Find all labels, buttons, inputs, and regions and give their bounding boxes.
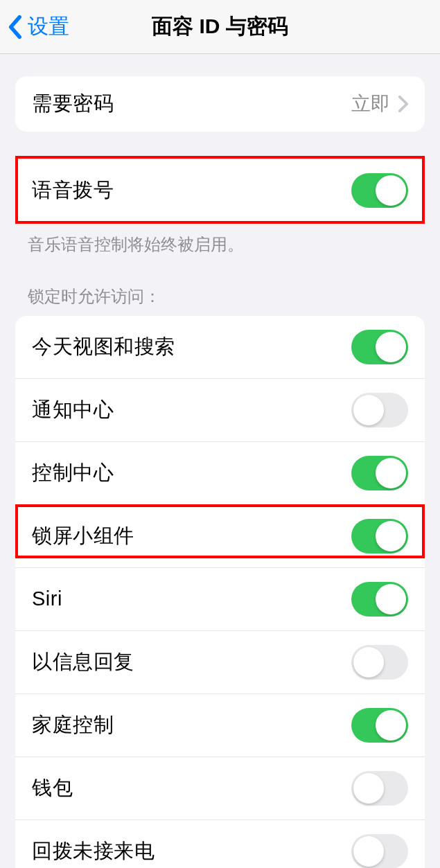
lock-item-toggle[interactable] bbox=[351, 330, 408, 364]
lock-item-row: Siri bbox=[15, 567, 425, 630]
lock-item-label: Siri bbox=[32, 587, 62, 610]
lock-item-label: 通知中心 bbox=[32, 396, 114, 424]
voice-dial-toggle[interactable] bbox=[351, 173, 408, 208]
require-passcode-label: 需要密码 bbox=[32, 90, 114, 118]
lock-item-row: 今天视图和搜索 bbox=[15, 316, 425, 378]
lock-item-toggle[interactable] bbox=[351, 582, 408, 617]
lock-item-label: 钱包 bbox=[32, 774, 73, 802]
back-label: 设置 bbox=[28, 12, 69, 41]
lock-item-row: 通知中心 bbox=[15, 378, 425, 441]
lock-item-label: 今天视图和搜索 bbox=[32, 333, 175, 361]
lock-item-toggle[interactable] bbox=[351, 834, 408, 868]
lock-item-toggle[interactable] bbox=[351, 771, 408, 806]
voice-dial-label: 语音拨号 bbox=[32, 177, 114, 204]
lock-item-row: 钱包 bbox=[15, 756, 425, 820]
lock-access-group: 今天视图和搜索通知中心控制中心锁屏小组件Siri以信息回复家庭控制钱包回拨未接来… bbox=[15, 316, 425, 868]
lock-item-row: 家庭控制 bbox=[15, 693, 425, 756]
lock-item-label: 锁屏小组件 bbox=[32, 522, 134, 550]
lock-item-label: 以信息回复 bbox=[32, 648, 134, 676]
page-title: 面容 ID 与密码 bbox=[152, 12, 288, 41]
lock-item-toggle[interactable] bbox=[351, 519, 408, 553]
chevron-left-icon bbox=[7, 15, 22, 39]
lock-item-toggle[interactable] bbox=[351, 456, 408, 490]
lock-item-row: 以信息回复 bbox=[15, 630, 425, 693]
lock-item-label: 回拨未接来电 bbox=[32, 838, 155, 865]
lock-item-row: 回拨未接来电 bbox=[15, 820, 425, 868]
chevron-right-icon bbox=[398, 96, 408, 112]
lock-item-label: 控制中心 bbox=[32, 459, 114, 487]
voice-dial-row: 语音拨号 bbox=[15, 158, 425, 223]
require-passcode-row[interactable]: 需要密码 立即 bbox=[15, 76, 425, 132]
voice-dial-footer: 音乐语音控制将始终被启用。 bbox=[0, 223, 440, 256]
require-passcode-value: 立即 bbox=[351, 91, 390, 117]
lock-item-row: 锁屏小组件 bbox=[15, 504, 425, 567]
lock-item-toggle[interactable] bbox=[351, 645, 408, 680]
back-button[interactable]: 设置 bbox=[0, 12, 69, 41]
lock-item-toggle[interactable] bbox=[351, 393, 408, 427]
lock-item-toggle[interactable] bbox=[351, 708, 408, 743]
navigation-header: 设置 面容 ID 与密码 bbox=[0, 0, 440, 54]
lock-item-label: 家庭控制 bbox=[32, 711, 114, 739]
lock-access-header: 锁定时允许访问： bbox=[0, 285, 440, 316]
lock-item-row: 控制中心 bbox=[15, 441, 425, 504]
